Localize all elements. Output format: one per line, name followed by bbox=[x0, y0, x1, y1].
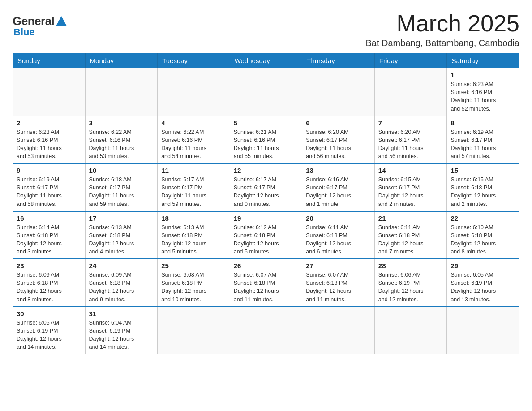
day-number: 17 bbox=[89, 214, 154, 222]
calendar-cell: 24Sunrise: 6:09 AMSunset: 6:18 PMDayligh… bbox=[85, 259, 158, 307]
calendar-cell: 31Sunrise: 6:04 AMSunset: 6:19 PMDayligh… bbox=[85, 307, 158, 354]
calendar-cell bbox=[158, 68, 230, 116]
day-info: Sunrise: 6:23 AMSunset: 6:16 PMDaylight:… bbox=[17, 128, 82, 161]
day-info: Sunrise: 6:04 AMSunset: 6:19 PMDaylight:… bbox=[89, 319, 154, 351]
calendar-week-row: 2Sunrise: 6:23 AMSunset: 6:16 PMDaylight… bbox=[13, 116, 519, 164]
calendar-cell: 16Sunrise: 6:14 AMSunset: 6:18 PMDayligh… bbox=[13, 211, 86, 259]
day-info: Sunrise: 6:17 AMSunset: 6:17 PMDaylight:… bbox=[161, 176, 226, 208]
day-number: 14 bbox=[378, 167, 443, 174]
day-info: Sunrise: 6:09 AMSunset: 6:18 PMDaylight:… bbox=[89, 271, 154, 304]
day-info: Sunrise: 6:11 AMSunset: 6:18 PMDaylight:… bbox=[306, 223, 371, 256]
day-info: Sunrise: 6:20 AMSunset: 6:17 PMDaylight:… bbox=[306, 128, 371, 161]
calendar-cell: 30Sunrise: 6:05 AMSunset: 6:19 PMDayligh… bbox=[13, 307, 86, 354]
calendar-day-header: Tuesday bbox=[158, 53, 230, 68]
day-info: Sunrise: 6:06 AMSunset: 6:19 PMDaylight:… bbox=[378, 271, 443, 304]
day-number: 7 bbox=[378, 119, 443, 127]
calendar-cell: 14Sunrise: 6:15 AMSunset: 6:17 PMDayligh… bbox=[374, 163, 447, 211]
day-number: 4 bbox=[161, 119, 226, 127]
day-number: 20 bbox=[306, 214, 371, 222]
calendar-cell: 10Sunrise: 6:18 AMSunset: 6:17 PMDayligh… bbox=[85, 163, 158, 211]
calendar-cell bbox=[302, 68, 375, 116]
day-info: Sunrise: 6:08 AMSunset: 6:18 PMDaylight:… bbox=[161, 271, 226, 304]
page-header: General Blue March 2025 Bat Dambang, Bat… bbox=[13, 11, 519, 48]
calendar-cell bbox=[230, 307, 302, 354]
calendar-cell bbox=[85, 68, 158, 116]
calendar-cell bbox=[374, 307, 447, 354]
day-info: Sunrise: 6:07 AMSunset: 6:18 PMDaylight:… bbox=[234, 271, 299, 304]
day-number: 8 bbox=[450, 119, 515, 127]
calendar-cell: 15Sunrise: 6:15 AMSunset: 6:18 PMDayligh… bbox=[447, 163, 519, 211]
calendar-cell: 20Sunrise: 6:11 AMSunset: 6:18 PMDayligh… bbox=[302, 211, 375, 259]
day-info: Sunrise: 6:16 AMSunset: 6:17 PMDaylight:… bbox=[306, 176, 371, 208]
day-info: Sunrise: 6:17 AMSunset: 6:17 PMDaylight:… bbox=[234, 176, 299, 208]
day-info: Sunrise: 6:15 AMSunset: 6:17 PMDaylight:… bbox=[378, 176, 443, 208]
day-number: 30 bbox=[17, 310, 82, 317]
day-number: 13 bbox=[306, 167, 371, 174]
day-number: 16 bbox=[17, 214, 82, 222]
calendar-cell bbox=[302, 307, 375, 354]
day-info: Sunrise: 6:21 AMSunset: 6:16 PMDaylight:… bbox=[234, 128, 299, 161]
day-info: Sunrise: 6:07 AMSunset: 6:18 PMDaylight:… bbox=[306, 271, 371, 304]
day-info: Sunrise: 6:11 AMSunset: 6:18 PMDaylight:… bbox=[378, 223, 443, 256]
calendar-cell bbox=[374, 68, 447, 116]
day-number: 27 bbox=[306, 262, 371, 270]
calendar-cell: 2Sunrise: 6:23 AMSunset: 6:16 PMDaylight… bbox=[13, 116, 86, 164]
day-number: 18 bbox=[161, 214, 226, 222]
day-number: 10 bbox=[89, 167, 154, 174]
day-number: 6 bbox=[306, 119, 371, 127]
day-number: 3 bbox=[89, 119, 154, 127]
day-info: Sunrise: 6:12 AMSunset: 6:18 PMDaylight:… bbox=[234, 223, 299, 256]
day-number: 28 bbox=[378, 262, 443, 270]
day-info: Sunrise: 6:23 AMSunset: 6:16 PMDaylight:… bbox=[450, 80, 515, 113]
calendar-table: SundayMondayTuesdayWednesdayThursdayFrid… bbox=[13, 53, 519, 354]
day-number: 23 bbox=[17, 262, 82, 270]
month-title: March 2025 bbox=[365, 11, 519, 36]
calendar-week-row: 9Sunrise: 6:19 AMSunset: 6:17 PMDaylight… bbox=[13, 163, 519, 211]
calendar-day-header: Saturday bbox=[447, 53, 519, 68]
calendar-week-row: 30Sunrise: 6:05 AMSunset: 6:19 PMDayligh… bbox=[13, 307, 519, 354]
day-info: Sunrise: 6:13 AMSunset: 6:18 PMDaylight:… bbox=[89, 223, 154, 256]
day-number: 25 bbox=[161, 262, 226, 270]
day-number: 11 bbox=[161, 167, 226, 174]
logo-blue-text: Blue bbox=[13, 26, 35, 38]
day-info: Sunrise: 6:10 AMSunset: 6:18 PMDaylight:… bbox=[450, 223, 515, 256]
day-number: 15 bbox=[450, 167, 515, 174]
calendar-day-header: Wednesday bbox=[230, 53, 302, 68]
calendar-cell bbox=[230, 68, 302, 116]
day-number: 31 bbox=[89, 310, 154, 317]
calendar-cell: 23Sunrise: 6:09 AMSunset: 6:18 PMDayligh… bbox=[13, 259, 86, 307]
day-number: 29 bbox=[450, 262, 515, 270]
day-info: Sunrise: 6:19 AMSunset: 6:17 PMDaylight:… bbox=[17, 176, 82, 208]
calendar-cell: 27Sunrise: 6:07 AMSunset: 6:18 PMDayligh… bbox=[302, 259, 375, 307]
day-number: 26 bbox=[234, 262, 299, 270]
calendar-cell bbox=[13, 68, 86, 116]
calendar-cell bbox=[447, 307, 519, 354]
day-info: Sunrise: 6:09 AMSunset: 6:18 PMDaylight:… bbox=[17, 271, 82, 304]
logo: General Blue bbox=[13, 14, 67, 38]
calendar-cell: 12Sunrise: 6:17 AMSunset: 6:17 PMDayligh… bbox=[230, 163, 302, 211]
calendar-header-row: SundayMondayTuesdayWednesdayThursdayFrid… bbox=[13, 53, 519, 68]
calendar-cell: 13Sunrise: 6:16 AMSunset: 6:17 PMDayligh… bbox=[302, 163, 375, 211]
calendar-day-header: Monday bbox=[85, 53, 158, 68]
calendar-cell: 3Sunrise: 6:22 AMSunset: 6:16 PMDaylight… bbox=[85, 116, 158, 164]
day-info: Sunrise: 6:15 AMSunset: 6:18 PMDaylight:… bbox=[450, 176, 515, 208]
day-number: 12 bbox=[234, 167, 299, 174]
calendar-week-row: 16Sunrise: 6:14 AMSunset: 6:18 PMDayligh… bbox=[13, 211, 519, 259]
day-number: 5 bbox=[234, 119, 299, 127]
title-section: March 2025 Bat Dambang, Battambang, Camb… bbox=[365, 11, 519, 48]
calendar-cell bbox=[158, 307, 230, 354]
calendar-cell: 28Sunrise: 6:06 AMSunset: 6:19 PMDayligh… bbox=[374, 259, 447, 307]
location-title: Bat Dambang, Battambang, Cambodia bbox=[365, 38, 519, 48]
calendar-cell: 6Sunrise: 6:20 AMSunset: 6:17 PMDaylight… bbox=[302, 116, 375, 164]
day-info: Sunrise: 6:19 AMSunset: 6:17 PMDaylight:… bbox=[450, 128, 515, 161]
calendar-cell: 9Sunrise: 6:19 AMSunset: 6:17 PMDaylight… bbox=[13, 163, 86, 211]
calendar-cell: 5Sunrise: 6:21 AMSunset: 6:16 PMDaylight… bbox=[230, 116, 302, 164]
calendar-cell: 17Sunrise: 6:13 AMSunset: 6:18 PMDayligh… bbox=[85, 211, 158, 259]
day-number: 21 bbox=[378, 214, 443, 222]
logo-triangle-icon bbox=[56, 16, 67, 26]
day-info: Sunrise: 6:14 AMSunset: 6:18 PMDaylight:… bbox=[17, 223, 82, 256]
calendar-week-row: 1Sunrise: 6:23 AMSunset: 6:16 PMDaylight… bbox=[13, 68, 519, 116]
calendar-cell: 19Sunrise: 6:12 AMSunset: 6:18 PMDayligh… bbox=[230, 211, 302, 259]
calendar-cell: 11Sunrise: 6:17 AMSunset: 6:17 PMDayligh… bbox=[158, 163, 230, 211]
calendar-day-header: Sunday bbox=[13, 53, 86, 68]
